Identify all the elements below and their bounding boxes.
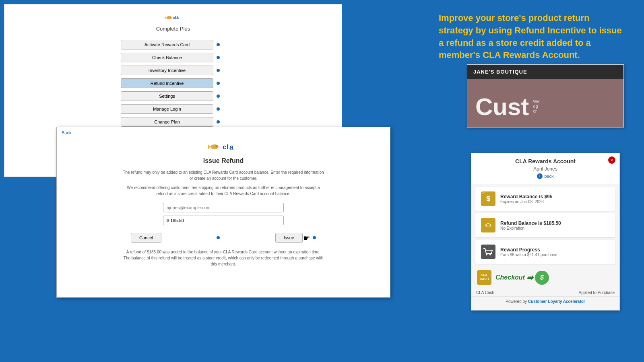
info-icon: i <box>537 173 543 179</box>
reward-balance-icon: $ <box>480 191 496 207</box>
promo-heading: Improve your store's product return stra… <box>439 12 624 62</box>
dollar-icon: $ <box>535 271 549 285</box>
customer-name: April Jones <box>476 166 615 172</box>
reward-progress-row: Reward Progress Earn $5 with a $21.41 pu… <box>475 240 615 264</box>
cust-display: Cust <box>475 95 529 119</box>
reward-balance-expiry: Expires on Jun 03, 2023 <box>500 200 552 204</box>
account-modal: × CLA Rewards Account April Jones i back… <box>471 153 620 311</box>
svg-text:$: $ <box>486 195 490 203</box>
arrow-icon: ➡ <box>526 273 533 282</box>
modal-desc2: We recommend offering customers free shi… <box>123 185 324 197</box>
menu-item-inventory: Inventory Incentive <box>121 66 225 75</box>
cla-logo-icon: c l a <box>164 12 180 23</box>
activate-btn[interactable]: Activate Rewards Card <box>121 40 213 49</box>
account-back-link[interactable]: i back <box>476 173 615 179</box>
app-title: Complete Plus <box>156 26 190 32</box>
refund-balance-label: Refund Balance is $185.50 <box>500 220 561 226</box>
manage-login-btn[interactable]: Manage Login <box>121 104 213 114</box>
svg-text:c: c <box>223 144 226 150</box>
rewards-card-header: JANE'S BOUTIQUE <box>467 65 623 79</box>
powered-label: Powered by <box>506 299 528 304</box>
cla-cash-badge: CLA CASH <box>476 269 492 286</box>
account-modal-title: CLA Rewards Account <box>476 158 615 165</box>
svg-text:l: l <box>175 16 176 20</box>
rewards-card-panel: JANE'S BOUTIQUE Cust We og cr <box>467 64 624 128</box>
menu-item-check-balance: Check Balance <box>121 53 225 62</box>
cursor-icon: ☛ <box>303 233 310 243</box>
back-label: back <box>544 174 553 179</box>
menu-item-refund: Refund Incentive <box>121 78 225 88</box>
issue-refund-modal: Back c l a Issue Refund The refund may o… <box>56 127 390 298</box>
reward-progress-sub: Earn $5 with a $21.41 purchase <box>500 253 557 257</box>
powered-by: Powered by Customer Loyalty Accelerator <box>471 296 619 306</box>
reward-progress-info: Reward Progress Earn $5 with a $21.41 pu… <box>500 247 557 257</box>
refund-balance-info: Refund Balance is $185.50 No Expiration <box>500 220 561 230</box>
modal-action-row: Cancel Issue ☛ <box>131 232 316 243</box>
svg-marker-7 <box>208 144 211 149</box>
menu-dot-login <box>217 107 220 111</box>
menu-dot-refund <box>217 82 220 85</box>
reward-progress-label: Reward Progress <box>500 247 557 253</box>
svg-point-17 <box>486 254 487 255</box>
refund-btn[interactable]: Refund Incentive <box>121 78 213 88</box>
email-input[interactable] <box>163 203 284 212</box>
cancel-button[interactable]: Cancel <box>131 233 161 243</box>
modal-success-text: A refund of $185.00 was added to the bal… <box>123 249 324 267</box>
menu-dot-change-plan <box>217 120 220 123</box>
refund-balance-icon <box>480 217 496 233</box>
account-modal-header: × CLA Rewards Account April Jones i back <box>471 153 619 184</box>
amount-input[interactable] <box>163 216 284 225</box>
svg-text:a: a <box>176 15 179 20</box>
close-button[interactable]: × <box>608 156 615 164</box>
checkout-labels: CLA Cash Applied to Purchase <box>471 290 619 295</box>
cancel-dot <box>217 236 220 239</box>
change-plan-btn[interactable]: Change Plan <box>121 117 213 127</box>
svg-point-8 <box>216 146 217 147</box>
menu-item-settings: Settings <box>121 91 225 101</box>
checkout-label: Checkout <box>495 274 525 281</box>
menu-dot-inventory <box>217 69 220 72</box>
checkout-row: CLA CASH Checkout ➡ $ <box>471 266 619 289</box>
svg-text:CASH: CASH <box>480 277 489 281</box>
we-label: We <box>533 99 539 104</box>
modal-title: Issue Refund <box>203 157 244 165</box>
reward-progress-icon <box>480 244 496 260</box>
checkout-arrow-area: Checkout ➡ $ <box>495 271 549 285</box>
menu-list: Activate Rewards Card Check Balance Inve… <box>121 40 225 130</box>
powered-brand: Customer Loyalty Accelerator <box>528 299 585 304</box>
cr-label: cr <box>533 109 539 113</box>
menu-dot-activate <box>217 43 220 46</box>
reward-balance-row: $ Reward Balance is $95 Expires on Jun 0… <box>475 187 615 211</box>
svg-point-2 <box>170 17 171 18</box>
modal-back-link[interactable]: Back <box>57 127 390 138</box>
rewards-card-body: Cust We og cr <box>467 79 623 127</box>
menu-dot-balance <box>217 56 220 59</box>
svg-point-15 <box>487 224 490 227</box>
svg-text:c: c <box>173 16 175 20</box>
svg-text:a: a <box>229 143 234 151</box>
modal-desc1: The refund may only be added to an exist… <box>123 169 324 181</box>
svg-text:CLA: CLA <box>481 274 487 276</box>
settings-btn[interactable]: Settings <box>121 91 213 101</box>
modal-logo: c l a <box>207 140 239 154</box>
promo-section: Improve your store's product return stra… <box>439 12 624 62</box>
svg-point-18 <box>489 254 491 255</box>
svg-point-0 <box>166 16 171 19</box>
svg-point-6 <box>211 144 219 149</box>
og-label: og <box>533 104 539 109</box>
checkout-left: CLA CASH Checkout ➡ $ <box>476 269 549 286</box>
refund-balance-sub: No Expiration <box>500 226 561 230</box>
store-name: JANE'S BOUTIQUE <box>473 69 527 75</box>
menu-item-activate: Activate Rewards Card <box>121 40 225 49</box>
inventory-btn[interactable]: Inventory Incentive <box>121 66 213 75</box>
menu-item-change-plan: Change Plan <box>121 117 225 127</box>
applied-label: Applied to Purchase <box>578 290 615 295</box>
reward-balance-label: Reward Balance is $95 <box>500 194 552 200</box>
issue-button[interactable]: Issue <box>275 233 303 243</box>
cla-cash-label: CLA Cash <box>476 290 494 295</box>
check-balance-btn[interactable]: Check Balance <box>121 53 213 62</box>
app-logo-area: c l a <box>164 12 182 23</box>
svg-rect-16 <box>481 245 495 259</box>
reward-balance-info: Reward Balance is $95 Expires on Jun 03,… <box>500 194 552 204</box>
modal-cla-logo: c l a <box>207 140 239 152</box>
